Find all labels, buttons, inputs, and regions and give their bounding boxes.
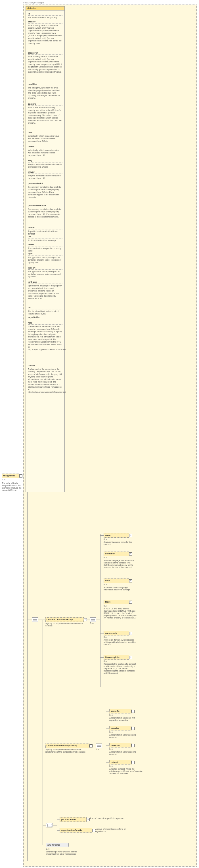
expand-toggle[interactable]: +: [132, 761, 135, 764]
attr-desc: A qualified code which identifies a conc…: [28, 230, 58, 235]
attr-howuri: howuriIndicates by which means the value…: [28, 145, 62, 157]
attr-name: id: [28, 12, 62, 16]
leaf-desc: An identifier of a more specific concept…: [109, 751, 143, 755]
conn: [100, 535, 104, 536]
cdg-desc: A group of properties required to define…: [46, 622, 84, 627]
conn: [100, 534, 101, 687]
any-other-desc: Extension point for provider-defined pro…: [46, 851, 86, 855]
attr-desc: The local identifier of the property.: [28, 17, 58, 19]
attr-desc: One or many constraints that apply to pu…: [28, 208, 61, 218]
leaf-facet[interactable]: facet: [104, 600, 129, 604]
leaf-broader[interactable]: broader: [109, 726, 132, 731]
attributes-header[interactable]: attributes: [26, 6, 65, 10]
leaf-label: sameAs: [111, 710, 119, 712]
organisation-details-label: organisationDetails: [61, 829, 82, 831]
concept-relationships-group[interactable]: ConceptRelationshipsGroup: [46, 744, 89, 748]
expand-toggle[interactable]: +: [87, 818, 90, 821]
conn: [92, 746, 96, 746]
attr-creatoruri: creatoruriIf the property value is not d…: [28, 52, 62, 73]
any-other-label: any ##other: [48, 844, 60, 846]
sequence-compositor: [96, 744, 102, 748]
leaf-occ: 0..∞: [109, 748, 113, 750]
attr-desc: Why the metadata has been included - exp…: [28, 163, 62, 168]
concept-definition-group[interactable]: ConceptDefinitionGroup: [46, 617, 84, 622]
type-name: Flex1PartyPropType: [23, 1, 44, 4]
attr-name: any ##other: [28, 316, 62, 319]
attr-desc: If set to true the corresponding propert…: [28, 106, 62, 124]
attr-any-other: any ##other: [28, 316, 62, 319]
expand-toggle[interactable]: +: [129, 600, 132, 604]
expand-toggle[interactable]: +: [132, 744, 135, 747]
crg-desc: A group of properties required to indica…: [46, 749, 89, 753]
leaf-desc: In NAR 1.8 and later, facet is deprecate…: [104, 608, 138, 619]
attr-desc: One or many constraints that apply to pu…: [28, 186, 61, 198]
leaf-sameas[interactable]: sameAs: [109, 709, 132, 713]
expand-toggle[interactable]: +: [132, 727, 135, 730]
conn: [106, 762, 109, 763]
attr-desc: Indicates by which means the value was e…: [28, 135, 59, 142]
attr-uri: uriA URI which identifies a concept.: [28, 235, 62, 242]
expand-toggle[interactable]: +: [129, 534, 132, 537]
person-details-label: personDetails: [61, 818, 76, 820]
person-details[interactable]: personDetails: [60, 817, 87, 822]
leaf-occ: 0..∞: [104, 660, 107, 662]
attr-typeuri: typeuriThe type of the concept assigned …: [28, 267, 62, 278]
leaf-name[interactable]: name: [104, 533, 129, 538]
attr-desc: A URI which identifies a concept.: [28, 239, 57, 241]
vert-line: [27, 492, 28, 861]
leaf-related[interactable]: related: [109, 760, 132, 765]
attr-name: howuri: [28, 145, 62, 148]
attr-name: dir: [28, 306, 62, 309]
attr-desc: Specifies the language of this property …: [28, 285, 62, 300]
attr-desc: Why the metadata has been included - exp…: [28, 175, 62, 179]
conn: [42, 620, 43, 845]
attr-desc: A free-text value assigned as property v…: [28, 247, 61, 252]
leaf-label: broader: [111, 727, 119, 729]
connector: [22, 476, 25, 476]
conn: [38, 620, 42, 620]
attr-name: how: [28, 131, 62, 134]
organisation-details-desc: A group of properties specific to an org…: [95, 828, 130, 833]
any-other-occ: 0..∞: [46, 848, 50, 850]
expand-toggle[interactable]: +: [132, 710, 135, 713]
leaf-occ: 0..∞: [109, 731, 113, 733]
attr-desc: The directionality of textual content (e…: [28, 310, 58, 315]
leaf-label: note: [105, 579, 110, 582]
leaf-desc: An identifier of a more generic concept.: [109, 734, 143, 738]
leaf-definition[interactable]: definition: [104, 552, 129, 556]
leaf-label: facet: [105, 600, 110, 603]
organisation-details[interactable]: organisationDetails: [60, 828, 92, 833]
leaf-label: definition: [105, 552, 115, 555]
attr-why: whyWhy the metadata has been included - …: [28, 159, 62, 168]
conn: [100, 633, 104, 633]
leaf-occ: 0..∞: [104, 538, 107, 540]
conn: [42, 620, 46, 620]
attr-name: whyuri: [28, 171, 62, 174]
conn: [100, 657, 104, 658]
leaf-occ: 0..∞: [104, 605, 107, 607]
conn: [87, 620, 90, 620]
attr-id: idThe local identifier of the property.: [28, 12, 62, 19]
conn: [42, 825, 46, 826]
person-details-desc: A set of properties specific to a person: [90, 817, 124, 819]
leaf-remoteinfo[interactable]: remoteInfo: [104, 631, 129, 636]
leaf-occ: 0..∞: [104, 636, 107, 638]
attr-creator: creatorIf the property value is not defi…: [28, 21, 62, 44]
expand-toggle[interactable]: +: [129, 552, 132, 556]
leaf-occ: 0..∞: [109, 765, 113, 767]
attr-desc: The type of the concept assigned as cont…: [28, 256, 60, 264]
root-element[interactable]: assignedTo: [2, 473, 19, 478]
conn: [42, 845, 46, 845]
expand-toggle[interactable]: +: [92, 829, 95, 832]
leaf-narrower[interactable]: narrower: [109, 743, 132, 747]
attr-name: why: [28, 159, 62, 162]
any-other-element[interactable]: any ##other: [46, 843, 69, 847]
expand-toggle[interactable]: +: [129, 656, 132, 659]
expand-toggle[interactable]: +: [129, 632, 132, 635]
occ-label2: 0..∞: [96, 748, 100, 751]
attr-name: type: [28, 252, 62, 255]
conn: [102, 746, 106, 746]
leaf-note[interactable]: note: [104, 579, 129, 583]
leaf-hierarchyinfo[interactable]: hierarchyInfo: [104, 655, 129, 659]
expand-toggle[interactable]: +: [129, 579, 132, 583]
